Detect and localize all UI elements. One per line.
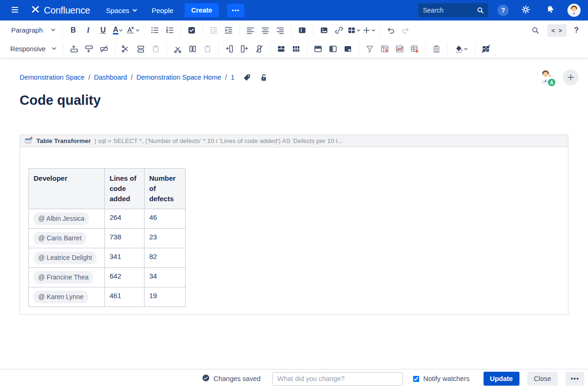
task-list-button[interactable] bbox=[184, 23, 199, 37]
indent-button[interactable] bbox=[221, 23, 236, 37]
version-comment-input[interactable] bbox=[272, 372, 403, 386]
source-editor-button[interactable]: < > bbox=[547, 24, 567, 37]
heading-column-button[interactable] bbox=[325, 42, 340, 56]
copy-row-button[interactable] bbox=[133, 42, 148, 56]
developer-cell[interactable]: @ Leatrice Delight bbox=[29, 248, 105, 268]
update-button[interactable]: Update bbox=[484, 372, 519, 386]
user-mention[interactable]: @ Albin Jessica bbox=[34, 212, 89, 225]
user-mention[interactable]: @ Francine Thea bbox=[34, 271, 93, 284]
split-cells-button[interactable] bbox=[289, 42, 304, 56]
table-style-dropdown[interactable]: Responsive bbox=[7, 43, 60, 54]
align-left-button[interactable] bbox=[243, 23, 258, 37]
user-mention[interactable]: @ Karen Lynne bbox=[34, 291, 88, 303]
column-header[interactable]: Lines of code added bbox=[105, 169, 145, 209]
defects-cell[interactable]: 34 bbox=[145, 268, 186, 287]
text-color-button[interactable]: A bbox=[111, 23, 125, 37]
user-mention[interactable]: @ Caris Barret bbox=[34, 232, 86, 245]
insert-row-below-button[interactable] bbox=[82, 42, 97, 56]
align-right-button[interactable] bbox=[273, 23, 288, 37]
chart-from-table-button[interactable] bbox=[392, 42, 407, 56]
user-avatar[interactable] bbox=[567, 4, 581, 17]
numbered-list-button[interactable] bbox=[162, 23, 177, 37]
insert-table-button[interactable] bbox=[346, 23, 361, 37]
undo-button[interactable] bbox=[383, 23, 398, 37]
table-transformer-macro[interactable]: Table Transformer | sql = SELECT *, ('Nu… bbox=[20, 135, 568, 315]
remove-table-button[interactable] bbox=[478, 42, 493, 56]
settings-button[interactable] bbox=[518, 3, 533, 18]
notifications-button[interactable] bbox=[543, 3, 558, 18]
create-button[interactable]: Create bbox=[185, 3, 219, 17]
close-button[interactable]: Close bbox=[527, 372, 558, 386]
nav-more-button[interactable]: ••• bbox=[227, 4, 244, 17]
delete-row-button[interactable] bbox=[97, 42, 111, 56]
breadcrumb-item[interactable]: Dashboard bbox=[94, 74, 127, 81]
notify-watchers-checkbox[interactable] bbox=[413, 376, 419, 382]
insert-column-left-button[interactable] bbox=[222, 42, 237, 56]
developer-cell[interactable]: @ Caris Barret bbox=[29, 229, 105, 248]
heading-row-button[interactable] bbox=[311, 42, 325, 56]
cut-row-button[interactable] bbox=[118, 42, 133, 56]
table-row: @ Albin Jessica 264 46 bbox=[29, 209, 186, 229]
pivot-table-button[interactable] bbox=[377, 42, 392, 56]
defects-cell[interactable]: 46 bbox=[145, 209, 186, 229]
insert-row-above-button[interactable] bbox=[67, 42, 82, 56]
lines-cell[interactable]: 642 bbox=[105, 268, 145, 287]
insert-link-button[interactable] bbox=[332, 23, 346, 37]
help-button[interactable]: ? bbox=[498, 5, 509, 16]
defects-cell[interactable]: 19 bbox=[145, 287, 186, 307]
labels-button[interactable] bbox=[242, 70, 252, 84]
add-collaborator-button[interactable] bbox=[563, 69, 579, 85]
italic-button[interactable]: I bbox=[81, 23, 96, 37]
restrictions-button[interactable] bbox=[259, 70, 269, 84]
lines-cell[interactable]: 738 bbox=[105, 229, 145, 248]
editing-avatar[interactable]: A bbox=[539, 69, 553, 85]
align-center-button[interactable] bbox=[258, 23, 273, 37]
footer-more-button[interactable]: ••• bbox=[566, 372, 584, 386]
column-header[interactable]: Developer bbox=[29, 169, 105, 209]
copy-column-button[interactable] bbox=[185, 42, 200, 56]
insert-column-right-button[interactable] bbox=[237, 42, 252, 56]
underline-button[interactable]: U bbox=[96, 23, 111, 37]
breadcrumb-item[interactable]: Demonstration Space Home bbox=[136, 74, 221, 81]
bold-button[interactable]: B bbox=[66, 23, 81, 37]
merge-cells-button[interactable] bbox=[274, 42, 289, 56]
macro-header[interactable]: Table Transformer | sql = SELECT *, ('Nu… bbox=[20, 135, 568, 147]
add-transformed-table-button[interactable] bbox=[407, 42, 422, 56]
insert-image-button[interactable] bbox=[317, 23, 332, 37]
bullet-list-button[interactable] bbox=[147, 23, 162, 37]
column-header[interactable]: Number of defects bbox=[145, 169, 186, 209]
defects-cell[interactable]: 82 bbox=[145, 248, 186, 268]
paste-row-button[interactable] bbox=[148, 42, 163, 56]
divider bbox=[270, 43, 270, 54]
editor-help-button[interactable]: ? bbox=[571, 26, 581, 35]
user-mention[interactable]: @ Leatrice Delight bbox=[34, 252, 97, 264]
lines-cell[interactable]: 264 bbox=[105, 209, 145, 229]
copy-table-button[interactable] bbox=[429, 42, 444, 56]
developer-cell[interactable]: @ Albin Jessica bbox=[29, 209, 105, 229]
developer-cell[interactable]: @ Francine Thea bbox=[29, 268, 105, 287]
code-quality-table[interactable]: Developer Lines of code added Number of … bbox=[28, 168, 186, 307]
lines-cell[interactable]: 461 bbox=[105, 287, 145, 307]
lines-cell[interactable]: 341 bbox=[105, 248, 145, 268]
developer-cell[interactable]: @ Karen Lynne bbox=[29, 287, 105, 307]
nav-item-spaces[interactable]: Spaces bbox=[103, 5, 140, 16]
cell-fill-color-button[interactable] bbox=[451, 42, 471, 56]
find-replace-button[interactable] bbox=[528, 23, 543, 37]
paste-column-button[interactable] bbox=[200, 42, 215, 56]
delete-column-button[interactable] bbox=[252, 42, 267, 56]
app-switcher-button[interactable] bbox=[7, 3, 22, 18]
breadcrumb-item[interactable]: Demonstration Space bbox=[20, 74, 84, 81]
formatting-more-button[interactable] bbox=[125, 23, 140, 37]
insert-more-button[interactable] bbox=[361, 23, 376, 37]
paragraph-style-dropdown[interactable]: Paragraph bbox=[8, 25, 59, 36]
filter-table-button[interactable] bbox=[362, 42, 377, 56]
cut-column-button[interactable] bbox=[170, 42, 185, 56]
confluence-logo[interactable]: Confluence bbox=[31, 5, 90, 16]
breadcrumb-item[interactable]: 1 bbox=[231, 74, 235, 81]
outdent-button[interactable] bbox=[206, 23, 221, 37]
defects-cell[interactable]: 23 bbox=[145, 229, 186, 248]
page-layout-button[interactable] bbox=[295, 23, 310, 37]
redo-button[interactable] bbox=[398, 23, 413, 37]
nav-item-people[interactable]: People bbox=[149, 5, 176, 16]
no-heading-button[interactable] bbox=[340, 42, 355, 56]
